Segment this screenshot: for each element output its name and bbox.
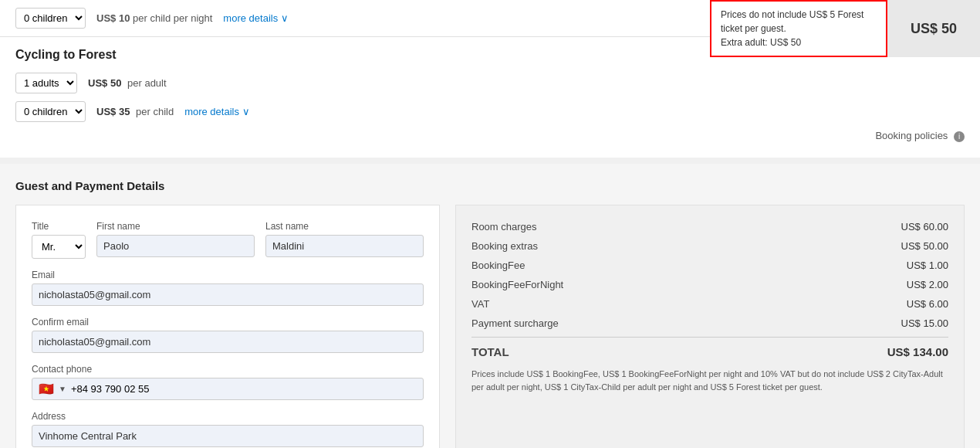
address-group: Address [32, 411, 424, 447]
booking-policies-link[interactable]: Booking policies i [875, 130, 965, 142]
booking-fee-night-label: BookingFeeForNight [471, 279, 563, 290]
room-charges-label: Room charges [471, 221, 537, 232]
adult-price: US$ 50 per adult [88, 77, 167, 89]
children-select-top[interactable]: 0 children 1 children 2 children [15, 8, 86, 29]
phone-label: Contact phone [32, 364, 424, 375]
payment-surcharge-value: US$ 15.00 [901, 317, 948, 329]
tooltip-line1: Prices do not include US$ 5 Forest ticke… [721, 8, 877, 36]
payment-surcharge-label: Payment surcharge [471, 317, 559, 329]
guest-payment-section: Guest and Payment Details Title Mr. Mrs.… [0, 164, 980, 448]
confirm-email-group: Confirm email [32, 317, 424, 353]
booking-fee-night-row: BookingFeeForNight US$ 2.00 [471, 279, 948, 290]
booking-extras-value: US$ 50.00 [901, 240, 948, 252]
top-strip-right: Prices do not include US$ 5 Forest ticke… [710, 0, 980, 57]
booking-fee-label: BookingFee [471, 260, 525, 271]
tooltip-box: Prices do not include US$ 5 Forest ticke… [710, 0, 887, 57]
total-value: US$ 134.00 [887, 345, 948, 358]
activity-adults-row: 1 adults 2 adults 3 adults US$ 50 per ad… [15, 73, 965, 93]
vat-row: VAT US$ 6.00 [471, 298, 948, 310]
tooltip-line2: Extra adult: US$ 50 [721, 36, 877, 49]
name-row: Title Mr. Mrs. Ms. Dr. First name Las [32, 221, 424, 259]
booking-extras-label: Booking extras [471, 240, 538, 252]
booking-fee-value: US$ 1.00 [907, 260, 948, 271]
summary-note: Prices include US$ 1 BookingFee, US$ 1 B… [471, 368, 948, 393]
page-wrapper: 0 children 1 children 2 children US$ 10 … [0, 0, 980, 448]
last-name-input[interactable] [265, 235, 424, 257]
confirm-email-label: Confirm email [32, 317, 424, 328]
form-panel: Title Mr. Mrs. Ms. Dr. First name Las [15, 205, 440, 448]
summary-panel: Room charges US$ 60.00 Booking extras US… [455, 205, 965, 448]
activity-children-row: 0 children 1 children 2 children US$ 35 … [15, 101, 965, 122]
email-input[interactable] [32, 283, 424, 306]
last-name-label: Last name [265, 221, 424, 232]
adults-select[interactable]: 1 adults 2 adults 3 adults [15, 73, 77, 93]
phone-dropdown-icon[interactable]: ▼ [59, 385, 66, 393]
booking-policies-info-icon[interactable]: i [954, 131, 965, 142]
email-label: Email [32, 270, 424, 280]
email-group: Email [32, 270, 424, 306]
activity-more-details-link[interactable]: more details ∨ [184, 106, 249, 117]
last-name-group: Last name [265, 221, 424, 259]
child-price: US$ 35 per child [96, 106, 174, 117]
title-select[interactable]: Mr. Mrs. Ms. Dr. [32, 235, 86, 259]
title-label: Title [32, 221, 86, 232]
address-input[interactable] [32, 425, 424, 447]
top-strip: 0 children 1 children 2 children US$ 10 … [0, 0, 980, 37]
children-select-activity[interactable]: 0 children 1 children 2 children [15, 101, 86, 122]
vat-value: US$ 6.00 [907, 298, 948, 310]
two-col-layout: Title Mr. Mrs. Ms. Dr. First name Las [15, 205, 965, 448]
section-divider [0, 158, 980, 164]
top-price-large: US$ 50 [887, 0, 980, 57]
total-row: TOTAL US$ 134.00 [471, 337, 948, 358]
confirm-email-input[interactable] [32, 331, 424, 353]
room-charges-row: Room charges US$ 60.00 [471, 221, 948, 232]
first-name-input[interactable] [96, 235, 255, 257]
guest-payment-title: Guest and Payment Details [15, 179, 965, 192]
top-more-details-link[interactable]: more details ∨ [223, 12, 288, 24]
first-name-label: First name [96, 221, 255, 232]
title-group: Title Mr. Mrs. Ms. Dr. [32, 221, 86, 259]
phone-row: 🇻🇳 ▼ [32, 378, 424, 400]
first-name-group: First name [96, 221, 255, 259]
top-price-per-child: US$ 10 per child per night [96, 12, 212, 24]
payment-surcharge-row: Payment surcharge US$ 15.00 [471, 317, 948, 329]
phone-group: Contact phone 🇻🇳 ▼ [32, 364, 424, 400]
booking-fee-row: BookingFee US$ 1.00 [471, 260, 948, 271]
address-label: Address [32, 411, 424, 422]
total-label: TOTAL [471, 345, 509, 358]
booking-extras-row: Booking extras US$ 50.00 [471, 240, 948, 252]
vat-label: VAT [471, 298, 489, 310]
phone-input[interactable] [71, 378, 417, 399]
phone-flag: 🇻🇳 [39, 382, 54, 396]
room-charges-value: US$ 60.00 [901, 221, 948, 232]
booking-fee-night-value: US$ 2.00 [907, 279, 948, 290]
booking-policies-row: Booking policies i [15, 130, 965, 142]
